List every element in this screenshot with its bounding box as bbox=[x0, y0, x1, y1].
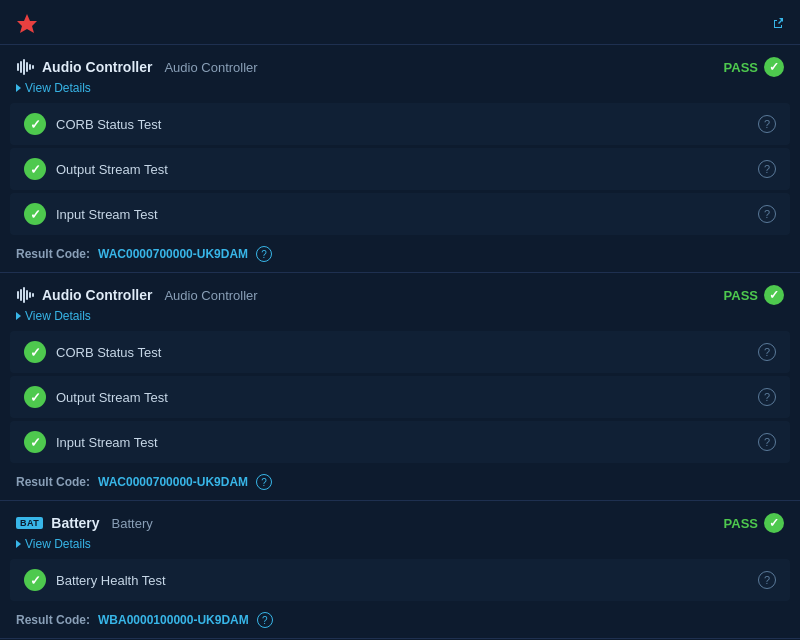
result-code-help-icon[interactable]: ? bbox=[256, 246, 272, 262]
pass-label: PASS bbox=[724, 516, 758, 531]
svg-rect-9 bbox=[23, 287, 25, 303]
test-row: ✓CORB Status Test? bbox=[10, 103, 790, 145]
view-details-label: View Details bbox=[25, 81, 91, 95]
view-details-link[interactable]: View Details bbox=[0, 77, 107, 103]
test-row: ✓Input Stream Test? bbox=[10, 193, 790, 235]
test-pass-icon: ✓ bbox=[24, 341, 46, 363]
component-subtitle: Audio Controller bbox=[164, 60, 257, 75]
view-details-label: View Details bbox=[25, 537, 91, 551]
svg-rect-5 bbox=[29, 64, 31, 70]
test-row-left: ✓Input Stream Test bbox=[24, 431, 158, 453]
test-help-icon[interactable]: ? bbox=[758, 388, 776, 406]
pass-label: PASS bbox=[724, 288, 758, 303]
pass-check-icon: ✓ bbox=[764, 57, 784, 77]
result-code-help-icon[interactable]: ? bbox=[256, 474, 272, 490]
component-header-audio1: Audio ControllerAudio ControllerPASS✓ bbox=[0, 45, 800, 77]
component-section-audio2: Audio ControllerAudio ControllerPASS✓Vie… bbox=[0, 273, 800, 501]
chevron-right-icon bbox=[16, 540, 21, 548]
result-code-value: WAC0000700000-UK9DAM bbox=[98, 475, 248, 489]
test-row: ✓Output Stream Test? bbox=[10, 148, 790, 190]
svg-marker-0 bbox=[17, 14, 37, 33]
test-name-label: Input Stream Test bbox=[56, 435, 158, 450]
result-code-label: Result Code: bbox=[16, 475, 90, 489]
svg-rect-12 bbox=[32, 293, 34, 297]
audio-controller-icon bbox=[16, 286, 34, 304]
component-header-left: Audio ControllerAudio Controller bbox=[16, 58, 258, 76]
test-name-label: Output Stream Test bbox=[56, 162, 168, 177]
svg-rect-11 bbox=[29, 292, 31, 298]
view-details-link[interactable]: View Details bbox=[0, 533, 107, 559]
test-row-left: ✓CORB Status Test bbox=[24, 113, 161, 135]
battery-icon: BAT bbox=[16, 517, 43, 529]
svg-rect-1 bbox=[17, 63, 19, 71]
svg-rect-2 bbox=[20, 61, 22, 73]
test-pass-icon: ✓ bbox=[24, 158, 46, 180]
svg-rect-6 bbox=[32, 65, 34, 69]
app-logo-icon bbox=[16, 12, 38, 34]
test-help-icon[interactable]: ? bbox=[758, 115, 776, 133]
test-row: ✓Input Stream Test? bbox=[10, 421, 790, 463]
test-row: ✓CORB Status Test? bbox=[10, 331, 790, 373]
test-row: ✓Output Stream Test? bbox=[10, 376, 790, 418]
result-code-label: Result Code: bbox=[16, 247, 90, 261]
result-code-label: Result Code: bbox=[16, 613, 90, 627]
test-name-label: CORB Status Test bbox=[56, 117, 161, 132]
test-help-icon[interactable]: ? bbox=[758, 205, 776, 223]
component-status: PASS✓ bbox=[724, 57, 784, 77]
component-section-audio1: Audio ControllerAudio ControllerPASS✓Vie… bbox=[0, 45, 800, 273]
app-header bbox=[0, 0, 800, 45]
test-row-left: ✓Output Stream Test bbox=[24, 158, 168, 180]
test-row-left: ✓Battery Health Test bbox=[24, 569, 166, 591]
component-status: PASS✓ bbox=[724, 285, 784, 305]
svg-rect-10 bbox=[26, 290, 28, 300]
external-link-icon bbox=[772, 17, 784, 29]
test-help-icon[interactable]: ? bbox=[758, 571, 776, 589]
test-help-icon[interactable]: ? bbox=[758, 433, 776, 451]
result-code-bar: Result Code:WAC0000700000-UK9DAM? bbox=[0, 466, 800, 500]
component-name: Audio Controller bbox=[42, 287, 152, 303]
test-name-label: Input Stream Test bbox=[56, 207, 158, 222]
component-section-battery1: BATBatteryBatteryPASS✓View Details✓Batte… bbox=[0, 501, 800, 639]
header-left bbox=[16, 12, 48, 34]
test-pass-icon: ✓ bbox=[24, 386, 46, 408]
test-row-left: ✓CORB Status Test bbox=[24, 341, 161, 363]
svg-rect-7 bbox=[17, 291, 19, 299]
test-name-label: Output Stream Test bbox=[56, 390, 168, 405]
test-pass-icon: ✓ bbox=[24, 569, 46, 591]
component-name: Battery bbox=[51, 515, 99, 531]
test-pass-icon: ✓ bbox=[24, 113, 46, 135]
test-name-label: CORB Status Test bbox=[56, 345, 161, 360]
result-code-value: WAC0000700000-UK9DAM bbox=[98, 247, 248, 261]
pass-check-icon: ✓ bbox=[764, 285, 784, 305]
result-code-bar: Result Code:WAC0000700000-UK9DAM? bbox=[0, 238, 800, 272]
test-name-label: Battery Health Test bbox=[56, 573, 166, 588]
test-help-icon[interactable]: ? bbox=[758, 343, 776, 361]
view-details-link[interactable]: View Details bbox=[0, 305, 107, 331]
chevron-right-icon bbox=[16, 84, 21, 92]
chevron-right-icon bbox=[16, 312, 21, 320]
export-log-button[interactable] bbox=[767, 17, 784, 29]
test-list: ✓CORB Status Test?✓Output Stream Test?✓I… bbox=[0, 331, 800, 463]
test-list: ✓CORB Status Test?✓Output Stream Test?✓I… bbox=[0, 103, 800, 235]
test-list: ✓Battery Health Test? bbox=[0, 559, 800, 601]
test-pass-icon: ✓ bbox=[24, 431, 46, 453]
component-header-left: Audio ControllerAudio Controller bbox=[16, 286, 258, 304]
view-details-label: View Details bbox=[25, 309, 91, 323]
test-help-icon[interactable]: ? bbox=[758, 160, 776, 178]
svg-rect-3 bbox=[23, 59, 25, 75]
svg-rect-8 bbox=[20, 289, 22, 301]
pass-label: PASS bbox=[724, 60, 758, 75]
result-code-help-icon[interactable]: ? bbox=[257, 612, 273, 628]
svg-rect-4 bbox=[26, 62, 28, 72]
test-row-left: ✓Output Stream Test bbox=[24, 386, 168, 408]
audio-controller-icon bbox=[16, 58, 34, 76]
component-name: Audio Controller bbox=[42, 59, 152, 75]
main-content: Audio ControllerAudio ControllerPASS✓Vie… bbox=[0, 45, 800, 639]
test-row-left: ✓Input Stream Test bbox=[24, 203, 158, 225]
pass-check-icon: ✓ bbox=[764, 513, 784, 533]
result-code-value: WBA0000100000-UK9DAM bbox=[98, 613, 249, 627]
result-code-bar: Result Code:WBA0000100000-UK9DAM? bbox=[0, 604, 800, 638]
component-header-left: BATBatteryBattery bbox=[16, 515, 153, 531]
test-row: ✓Battery Health Test? bbox=[10, 559, 790, 601]
component-status: PASS✓ bbox=[724, 513, 784, 533]
